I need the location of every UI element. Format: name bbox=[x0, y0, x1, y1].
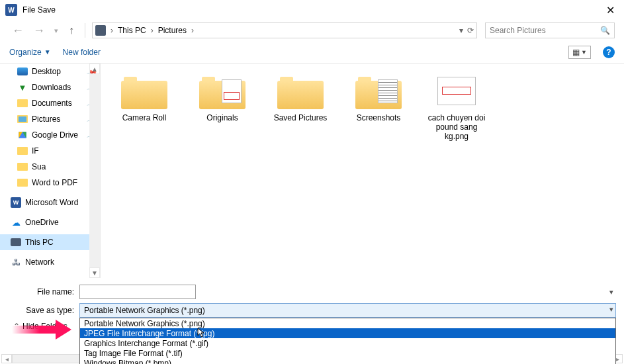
file-grid: Camera Roll Originals Saved Pictures Scr… bbox=[101, 64, 624, 278]
scroll-up-icon[interactable]: ▲ bbox=[89, 64, 100, 74]
folder-icon bbox=[17, 99, 28, 107]
window-title: File Save bbox=[22, 5, 602, 15]
new-folder-button[interactable]: New folder bbox=[63, 48, 101, 57]
file-item[interactable]: Screenshots bbox=[347, 73, 410, 122]
folder-icon bbox=[277, 73, 324, 109]
image-file-icon bbox=[437, 77, 476, 105]
chevron-down-icon: ▼ bbox=[44, 48, 51, 56]
word-icon: W bbox=[11, 197, 21, 208]
file-name-label: File name: bbox=[8, 287, 79, 296]
sidebar-item-network[interactable]: 🖧Network bbox=[0, 254, 100, 270]
nav-forward-button[interactable]: → bbox=[30, 24, 48, 38]
sidebar-item-desktop[interactable]: Desktop📌 bbox=[0, 64, 100, 79]
chevron-right-icon: › bbox=[189, 26, 196, 35]
sidebar-item-onedrive[interactable]: ☁OneDrive bbox=[0, 214, 100, 230]
onedrive-icon: ☁ bbox=[11, 217, 21, 228]
sidebar-item-sua[interactable]: Sua bbox=[0, 159, 100, 175]
sidebar-item-msword[interactable]: WMicrosoft Word bbox=[0, 195, 100, 210]
sidebar-scrollbar[interactable]: ▲ ▼ bbox=[89, 64, 100, 278]
thumbnail-icon bbox=[222, 79, 242, 103]
type-option[interactable]: Portable Network Graphics (*.png) bbox=[80, 318, 615, 328]
pc-icon bbox=[95, 25, 106, 36]
sidebar-item-gdrive[interactable]: Google Drive📌 bbox=[0, 127, 100, 143]
address-bar[interactable]: › This PC › Pictures › ▾ ⟳ bbox=[92, 23, 477, 38]
organize-menu[interactable]: Organize ▼ bbox=[9, 48, 51, 57]
close-button[interactable]: ✕ bbox=[602, 4, 619, 17]
file-item[interactable]: cach chuyen doi pound sang kg.png bbox=[425, 73, 488, 141]
type-option[interactable]: Graphics Interchange Format (*.gif) bbox=[80, 338, 615, 348]
breadcrumb-folder[interactable]: Pictures bbox=[158, 26, 187, 35]
scroll-left-icon[interactable]: ◂ bbox=[1, 354, 12, 363]
address-dropdown-icon[interactable]: ▾ bbox=[459, 26, 463, 35]
sidebar-item-downloads[interactable]: ▼Downloads📌 bbox=[0, 79, 100, 95]
save-as-type-label: Save as type: bbox=[8, 306, 79, 315]
nav-back-button[interactable]: ← bbox=[9, 24, 26, 38]
chevron-down-icon[interactable]: ▾ bbox=[609, 288, 613, 296]
search-input[interactable]: Search Pictures 🔍 bbox=[485, 23, 615, 38]
sidebar-item-thispc[interactable]: This PC bbox=[0, 234, 100, 250]
help-button[interactable]: ? bbox=[603, 46, 615, 58]
nav-recent-dropdown[interactable]: ▾ bbox=[52, 26, 61, 35]
sidebar-item-pictures[interactable]: Pictures📌 bbox=[0, 111, 100, 127]
app-icon: W bbox=[5, 4, 17, 16]
desktop-icon bbox=[17, 68, 28, 75]
downloads-icon: ▼ bbox=[17, 82, 28, 93]
save-as-type-dropdown: Portable Network Graphics (*.png) JPEG F… bbox=[79, 318, 616, 364]
view-icon: ▦ bbox=[572, 48, 580, 57]
pictures-icon bbox=[17, 115, 28, 123]
breadcrumb-root[interactable]: This PC bbox=[118, 26, 146, 35]
sidebar-item-wordtopdf[interactable]: Word to PDF bbox=[0, 175, 100, 191]
type-option[interactable]: Windows Bitmap (*.bmp) bbox=[80, 358, 615, 364]
nav-up-button[interactable]: ↑ bbox=[65, 24, 78, 36]
file-item[interactable]: Camera Roll bbox=[112, 73, 176, 122]
sidebar: Desktop📌 ▼Downloads📌 Documents📌 Pictures… bbox=[0, 64, 101, 278]
refresh-icon[interactable]: ⟳ bbox=[467, 26, 474, 35]
scroll-down-icon[interactable]: ▼ bbox=[89, 267, 100, 278]
pc-icon bbox=[11, 238, 21, 246]
gdrive-icon bbox=[19, 132, 26, 138]
chevron-right-icon: › bbox=[109, 26, 115, 35]
thumbnail-icon bbox=[378, 79, 398, 103]
network-icon: 🖧 bbox=[11, 257, 21, 267]
folder-icon bbox=[17, 147, 28, 155]
type-option[interactable]: Tag Image File Format (*.tif) bbox=[80, 348, 615, 358]
search-icon: 🔍 bbox=[600, 26, 610, 35]
hide-folders-button[interactable]: Hide Folders bbox=[22, 322, 67, 331]
search-placeholder: Search Pictures bbox=[490, 26, 546, 35]
folder-icon bbox=[121, 73, 167, 109]
organize-label: Organize bbox=[9, 48, 42, 57]
sidebar-item-documents[interactable]: Documents📌 bbox=[0, 95, 100, 111]
separator bbox=[85, 23, 85, 38]
folder-icon bbox=[17, 179, 28, 187]
file-item[interactable]: Saved Pictures bbox=[269, 73, 332, 122]
sidebar-item-if[interactable]: IF bbox=[0, 143, 100, 159]
file-item[interactable]: Originals bbox=[191, 73, 254, 122]
chevron-down-icon: ▼ bbox=[581, 49, 587, 56]
collapse-icon[interactable]: ⌃ bbox=[13, 322, 20, 331]
folder-icon bbox=[17, 163, 28, 171]
save-as-type-combo[interactable]: Portable Network Graphics (*.png) ▾ Port… bbox=[79, 303, 616, 318]
chevron-right-icon: › bbox=[149, 26, 156, 35]
type-option[interactable]: JPEG File Interchange Format (*.jpg) bbox=[80, 328, 615, 338]
file-name-input[interactable] bbox=[79, 285, 196, 299]
view-mode-button[interactable]: ▦ ▼ bbox=[568, 46, 591, 59]
